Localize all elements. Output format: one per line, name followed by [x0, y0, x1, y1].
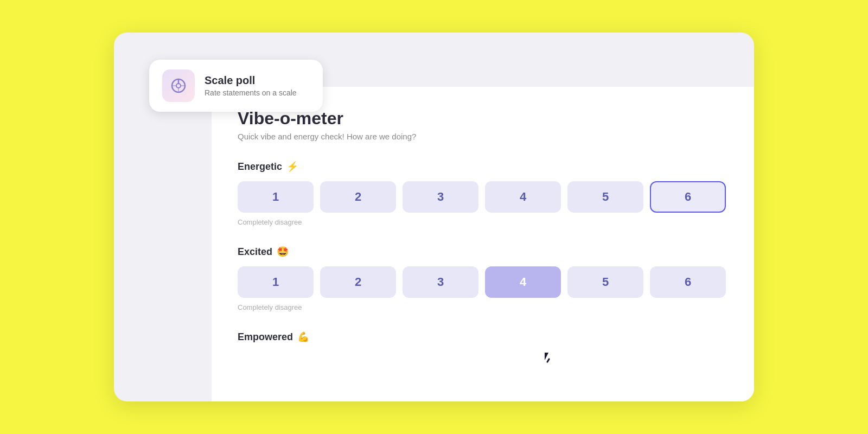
excited-btn-2[interactable]: 2: [320, 266, 396, 298]
energetic-btn-4[interactable]: 4: [485, 181, 561, 213]
energetic-label: Energetic ⚡: [238, 161, 728, 173]
scale-poll-icon: [170, 77, 187, 94]
excited-btn-1[interactable]: 1: [238, 266, 314, 298]
mouse-cursor: [545, 353, 554, 365]
energetic-btn-5[interactable]: 5: [567, 181, 643, 213]
excited-text: Excited: [238, 246, 272, 258]
main-panel: Vibe-o-meter Quick vibe and energy check…: [212, 87, 754, 401]
excited-btn-3[interactable]: 3: [403, 266, 478, 298]
tooltip-title: Scale poll: [205, 74, 297, 87]
energetic-btn-3[interactable]: 3: [403, 181, 478, 213]
tooltip-card: Scale poll Rate statements on a scale: [149, 60, 323, 112]
tooltip-icon-wrap: [162, 69, 195, 102]
energetic-scale: 1 2 3 4 5 6: [238, 181, 728, 213]
energetic-disagree-label: Completely disagree: [238, 218, 728, 226]
poll-subtitle: Quick vibe and energy check! How are we …: [238, 132, 728, 141]
excited-btn-6[interactable]: 6: [650, 266, 726, 298]
energetic-emoji: ⚡: [286, 161, 298, 173]
energetic-text: Energetic: [238, 161, 282, 173]
excited-btn-4[interactable]: 4: [485, 266, 561, 298]
statement-energetic: Energetic ⚡ 1 2 3 4 5 6 Completely disag…: [238, 161, 728, 226]
main-card: Scale poll Rate statements on a scale Vi…: [114, 33, 754, 401]
empowered-emoji: 💪: [297, 331, 309, 343]
energetic-btn-1[interactable]: 1: [238, 181, 314, 213]
excited-label: Excited 🤩: [238, 246, 728, 258]
excited-scale: 1 2 3 4 5 6: [238, 266, 728, 298]
empowered-text: Empowered: [238, 331, 293, 343]
excited-btn-5[interactable]: 5: [567, 266, 643, 298]
excited-emoji: 🤩: [277, 246, 289, 258]
empowered-label: Empowered 💪: [238, 331, 728, 343]
energetic-btn-6[interactable]: 6: [650, 181, 726, 213]
statement-empowered: Empowered 💪: [238, 331, 728, 343]
energetic-btn-2[interactable]: 2: [320, 181, 396, 213]
tooltip-text: Scale poll Rate statements on a scale: [205, 74, 297, 97]
statement-excited: Excited 🤩 1 2 3 4 5 6 Completely disagre…: [238, 246, 728, 311]
tooltip-subtitle: Rate statements on a scale: [205, 88, 297, 97]
excited-disagree-label: Completely disagree: [238, 303, 728, 311]
